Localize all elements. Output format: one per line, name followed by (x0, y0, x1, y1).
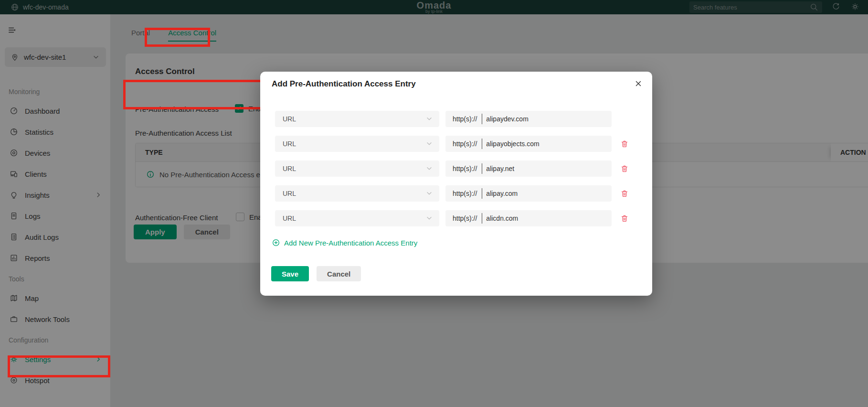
entry-type-select[interactable]: URL (275, 210, 439, 226)
entry-type-value: URL (283, 165, 425, 172)
entry-type-value: URL (283, 214, 425, 222)
entry-url-input[interactable] (486, 165, 612, 172)
plus-circle-icon (272, 238, 280, 247)
entry-row: URLhttp(s):// (275, 161, 629, 177)
input-divider (482, 139, 482, 149)
input-divider (482, 114, 482, 124)
entry-url-input[interactable] (486, 214, 612, 222)
input-divider (482, 163, 482, 174)
chevron-down-icon (425, 189, 434, 198)
chevron-down-icon (425, 115, 434, 123)
entry-row: URLhttp(s):// (275, 185, 629, 202)
chevron-down-icon (425, 214, 434, 223)
entry-url-input-group: http(s):// (445, 136, 612, 152)
dialog-cancel-button[interactable]: Cancel (317, 266, 361, 281)
save-button[interactable]: Save (271, 266, 309, 281)
add-new-entry-link[interactable]: Add New Pre-Authentication Access Entry (272, 238, 417, 247)
entry-type-select[interactable]: URL (275, 185, 439, 202)
annotation-box-settings (8, 355, 110, 377)
chevron-down-icon (425, 164, 434, 173)
url-prefix: http(s):// (453, 165, 477, 172)
entry-url-input-group: http(s):// (445, 161, 612, 177)
entry-url-input[interactable] (486, 140, 612, 148)
entry-row: URLhttp(s):// (275, 136, 629, 152)
entry-url-input-group: http(s):// (445, 210, 612, 226)
add-pre-auth-entry-dialog: Add Pre-Authentication Access Entry URLh… (260, 72, 652, 296)
entry-url-input[interactable] (486, 190, 612, 197)
input-divider (482, 213, 482, 224)
entry-type-select[interactable]: URL (275, 111, 439, 127)
entry-url-input-group: http(s):// (445, 111, 612, 127)
dialog-title: Add Pre-Authentication Access Entry (272, 79, 416, 89)
entry-type-value: URL (283, 140, 425, 148)
entry-url-input-group: http(s):// (445, 185, 612, 202)
entry-type-value: URL (283, 115, 425, 123)
annotation-box-pre-auth-access (123, 80, 266, 109)
url-prefix: http(s):// (453, 115, 477, 123)
url-prefix: http(s):// (453, 214, 477, 222)
entry-row: URLhttp(s):// (275, 111, 612, 127)
delete-entry-icon[interactable] (620, 139, 629, 148)
entry-url-input[interactable] (486, 115, 612, 123)
delete-entry-icon[interactable] (620, 164, 629, 173)
url-prefix: http(s):// (453, 190, 477, 197)
entry-row: URLhttp(s):// (275, 210, 629, 226)
entry-type-select[interactable]: URL (275, 136, 439, 152)
chevron-down-icon (425, 139, 434, 148)
delete-entry-icon[interactable] (620, 189, 629, 198)
entry-type-value: URL (283, 190, 425, 197)
add-new-entry-label: Add New Pre-Authentication Access Entry (284, 239, 417, 247)
annotation-box-access-control-tab (145, 28, 210, 47)
input-divider (482, 188, 482, 199)
delete-entry-icon[interactable] (620, 214, 629, 223)
close-icon[interactable] (634, 79, 643, 88)
url-prefix: http(s):// (453, 140, 477, 148)
entry-type-select[interactable]: URL (275, 161, 439, 177)
